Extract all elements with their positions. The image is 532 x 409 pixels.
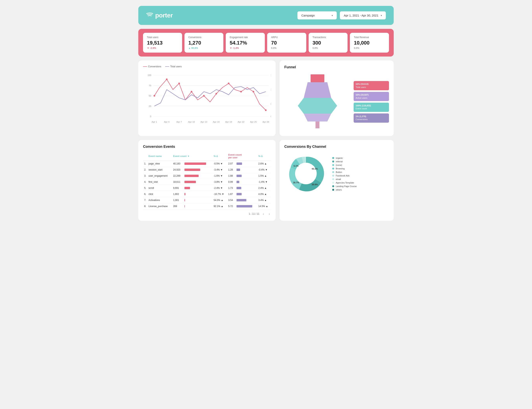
svg-text:1.5K: 1.5K — [271, 74, 271, 76]
stat-value: 54.17% — [230, 40, 261, 46]
stat-label: ARPU — [271, 36, 302, 39]
pu-pct-change: -1.4% ▼ — [257, 179, 271, 185]
stat-card: Total Revenue 10,000 0.0% — [350, 33, 389, 53]
svg-text:0: 0 — [271, 115, 271, 118]
referral-dot — [332, 161, 334, 163]
middle-row: Conversions Total users 100 75 — [138, 60, 394, 136]
col-pu-pct: % Δ — [257, 152, 271, 161]
legend-others: others — [332, 189, 389, 191]
event-name: License_purchase — [147, 203, 172, 209]
stat-change: ▲ 60.8% — [188, 47, 220, 49]
col-num — [143, 152, 147, 161]
svg-text:50: 50 — [149, 95, 151, 97]
stat-change: ▼ -1.4% — [230, 47, 261, 49]
event-count: 9,691 — [172, 185, 212, 191]
date-range-label: Apr 1, 2021 - Apr 30, 2021 — [344, 14, 378, 17]
legend-organic: organic — [332, 157, 389, 159]
facebook-dot — [332, 175, 334, 177]
legend-none: (none) — [332, 164, 389, 166]
row-num: 1. — [143, 161, 147, 167]
svg-text:Apr 22: Apr 22 — [238, 121, 244, 123]
stat-value: 1,270 — [188, 40, 220, 46]
pu-pct-change: 2.4% ▲ — [257, 185, 271, 191]
event-name: user_engagement — [147, 173, 172, 179]
conversions-line-icon — [143, 66, 147, 67]
logo-icon — [146, 12, 153, 19]
legend-agencies: Agencies Template — [332, 182, 389, 184]
stat-card: ARPU 70 0.0% — [267, 33, 306, 53]
svg-text:Apr 1: Apr 1 — [152, 121, 157, 123]
stat-label: Transactions — [313, 36, 344, 39]
row-num: 8. — [143, 203, 147, 209]
svg-point-26 — [178, 83, 180, 84]
per-user-bar — [237, 193, 242, 195]
stat-value: 10,000 — [354, 40, 385, 46]
table-row: 6. click 1,802 -10.7% ▼ 1.87 4.0% ▲ — [143, 191, 271, 197]
svg-marker-35 — [304, 82, 331, 98]
stat-card: Engagement rate 54.17% ▼ -1.4% — [226, 33, 265, 53]
event-name: Activations — [147, 197, 172, 203]
stats-bar: Total users 19,513 ▼ -2.9% Conversions 1… — [138, 29, 394, 56]
table-row: 8. License_purchase 269 92.1% ▲ 5.72 14.… — [143, 203, 271, 209]
campaign-dropdown[interactable]: Campaign ▾ — [297, 11, 337, 19]
stat-value: 19,513 — [147, 40, 178, 46]
funnel-svg — [296, 73, 339, 131]
campaign-label: Campaign — [301, 14, 315, 17]
svg-text:6.1%: 6.1% — [294, 165, 299, 167]
pagination-next[interactable]: › — [267, 212, 271, 216]
event-name: click — [147, 191, 172, 197]
col-event-name: Event name — [147, 152, 172, 161]
svg-point-31 — [240, 91, 242, 92]
count-bar — [184, 193, 185, 195]
svg-text:Apr 16: Apr 16 — [213, 121, 220, 123]
header-controls: Campaign ▾ Apr 1, 2021 - Apr 30, 2021 ▾ — [297, 11, 386, 19]
stat-change: 0.0% — [354, 47, 385, 49]
browsing-label: Browsing — [336, 167, 345, 170]
pct-change: -3.4% ▼ — [212, 167, 227, 173]
table-row: 7. Activations 1,001 54.0% ▲ 3.54 3.4% ▲ — [143, 197, 271, 203]
pu-pct-change: 14.5% ▲ — [257, 203, 271, 209]
funnel-title: Funnel — [284, 65, 389, 69]
row-num: 5. — [143, 185, 147, 191]
channel-panel: Conversions By Channel — [280, 140, 394, 221]
table-pagination: 1 - 11 / 11 ‹ › — [143, 212, 271, 216]
count-bar — [184, 175, 199, 177]
none-label: (none) — [336, 164, 342, 166]
legend-conversions-label: Conversions — [148, 65, 161, 68]
table-row: 1. page_view 40,183 -0.5% ▼ 2.07 2.6% ▲ — [143, 161, 271, 167]
svg-point-29 — [216, 93, 217, 94]
svg-text:25: 25 — [149, 105, 151, 107]
svg-text:Apr 25: Apr 25 — [250, 121, 257, 123]
organic-dot — [332, 157, 334, 159]
button-dot — [332, 171, 334, 173]
svg-point-30 — [228, 83, 229, 84]
funnel-label-event-count: 100% (118,832)Event count — [354, 103, 389, 112]
legend-email: email — [332, 178, 389, 180]
svg-text:100: 100 — [148, 74, 151, 76]
channel-legend: organic referral (none) Browsing — [332, 157, 389, 191]
total-users-line-icon — [165, 66, 169, 67]
date-dropdown-arrow: ▾ — [381, 14, 382, 17]
row-num: 2. — [143, 167, 147, 173]
none-dot — [332, 164, 334, 166]
funnel-panel: Funnel — [280, 60, 394, 136]
per-user-bar — [237, 205, 252, 208]
funnel-label-active-users: 16% (19,507)Active users — [354, 92, 389, 101]
row-num: 4. — [143, 179, 147, 185]
bottom-row: Conversion Events Event name Event count… — [138, 140, 394, 221]
email-dot — [332, 178, 334, 180]
header: porter Campaign ▾ Apr 1, 2021 - Apr 30, … — [138, 6, 394, 25]
event-count: 24,920 — [172, 167, 212, 173]
line-chart-svg: 100 75 50 25 0 1.5K 1K 500 0 Apr 1 Apr 4… — [143, 71, 271, 129]
others-label: others — [336, 189, 342, 191]
date-range-dropdown[interactable]: Apr 1, 2021 - Apr 30, 2021 ▾ — [340, 11, 386, 19]
donut-svg: 43.1% 20.6% 18.7% 6.1% — [284, 152, 327, 195]
line-chart-panel: Conversions Total users 100 75 — [138, 60, 276, 136]
row-num: 7. — [143, 197, 147, 203]
event-name: page_view — [147, 161, 172, 167]
per-user: 1.28 — [227, 167, 257, 173]
table-row: 3. user_engagement 22,289 -1.6% ▼ 1.88 1… — [143, 173, 271, 179]
pagination-prev[interactable]: ‹ — [262, 212, 265, 216]
count-bar — [184, 163, 206, 165]
svg-text:1K: 1K — [271, 89, 271, 91]
